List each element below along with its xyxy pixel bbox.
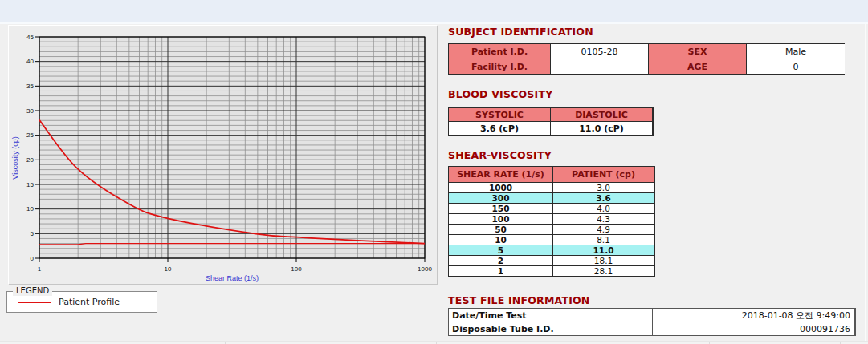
patient-viscosity-cell: 18.1: [553, 256, 654, 265]
patient-viscosity-cell: 4.3: [553, 214, 654, 224]
facility-id-value: [551, 59, 648, 74]
shear-rate-cell: 1: [449, 266, 552, 276]
disposable-tube-id-value: 000091736: [653, 322, 854, 335]
svg-text:10: 10: [165, 265, 172, 273]
diastolic-header: DIASTOLIC: [551, 108, 652, 121]
legend-line-sample: [18, 302, 51, 303]
bottom-cutoff-buttons-strip: [0, 341, 868, 344]
systolic-header: SYSTOLIC: [449, 108, 550, 121]
test-file-information-title: TEST FILE INFORMATION: [448, 294, 590, 306]
subject-identification-title: SUBJECT IDENTIFICATION: [448, 26, 593, 38]
patient-viscosity-cell: 4.9: [553, 225, 654, 234]
viscosity-chart-panel: 0510152025303540451101001000Viscosity (c…: [8, 25, 438, 285]
age-value: 0: [747, 59, 845, 74]
patient-viscosity-cell: 8.1: [553, 235, 654, 245]
date-time-test-label: Date/Time Test: [449, 309, 652, 322]
subject-identification-table: Patient I.D. 0105-28 SEX Male Facility I…: [448, 43, 845, 75]
patient-viscosity-cell: 4.0: [553, 204, 654, 213]
patient-cp-column-header: PATIENT (cp): [553, 167, 654, 182]
svg-text:40: 40: [26, 58, 34, 65]
shear-rate-column-header: SHEAR RATE (1/s): [449, 167, 552, 182]
patient-id-value: 0105-28: [551, 44, 648, 59]
shear-rate-cell: 1000: [449, 183, 552, 192]
sex-value: Male: [747, 44, 845, 59]
sex-label: SEX: [649, 44, 746, 59]
svg-text:Viscosity (cp): Viscosity (cp): [11, 136, 19, 179]
shear-viscosity-table: SHEAR RATE (1/s) PATIENT (cp) 10003.0300…: [448, 166, 655, 277]
facility-id-label: Facility I.D.: [449, 59, 550, 74]
svg-text:25: 25: [26, 132, 34, 139]
svg-text:0: 0: [31, 255, 35, 262]
age-label: AGE: [649, 59, 746, 74]
shear-rate-cell: 2: [449, 256, 552, 265]
svg-text:5: 5: [31, 230, 35, 237]
shear-rate-cell: 10: [449, 235, 552, 245]
svg-text:1: 1: [38, 265, 42, 273]
window-title-bar: [0, 0, 868, 24]
shear-rate-cell: 50: [449, 225, 552, 234]
blood-viscosity-title: BLOOD VISCOSITY: [448, 88, 552, 100]
svg-text:35: 35: [26, 83, 34, 90]
shear-rate-cell: 300: [449, 193, 552, 203]
chart-svg: 0510152025303540451101001000Viscosity (c…: [9, 26, 437, 284]
legend-group-label: LEGEND: [13, 286, 52, 296]
systolic-value: 3.6 (cP): [449, 122, 550, 135]
patient-viscosity-cell: 28.1: [553, 266, 654, 276]
patient-viscosity-cell: 3.0: [553, 183, 654, 192]
diastolic-value: 11.0 (cP): [551, 122, 652, 135]
test-file-information-table: Date/Time Test 2018-01-08 오전 9:49:00 Dis…: [448, 308, 856, 336]
window-right-edge: [865, 24, 866, 342]
patient-viscosity-cell: 11.0: [553, 245, 654, 255]
svg-text:1000: 1000: [418, 265, 432, 273]
svg-text:100: 100: [291, 265, 302, 273]
svg-text:10: 10: [26, 205, 34, 212]
shear-rate-cell: 100: [449, 214, 552, 224]
shear-rate-cell: 5: [449, 245, 552, 255]
svg-text:Shear Rate (1/s): Shear Rate (1/s): [206, 274, 259, 282]
shear-viscosity-title: SHEAR-VISCOSITY: [448, 149, 552, 161]
svg-text:15: 15: [26, 181, 34, 188]
svg-text:30: 30: [26, 107, 34, 115]
patient-viscosity-cell: 3.6: [553, 193, 654, 203]
svg-text:45: 45: [26, 34, 34, 41]
viscosity-vs-shear-rate-chart: 0510152025303540451101001000Viscosity (c…: [9, 26, 437, 284]
blood-viscosity-table: SYSTOLIC DIASTOLIC 3.6 (cP) 11.0 (cP): [448, 107, 654, 136]
disposable-tube-id-label: Disposable Tube I.D.: [449, 322, 652, 335]
date-time-test-value: 2018-01-08 오전 9:49:00: [653, 309, 854, 322]
svg-text:20: 20: [26, 156, 34, 164]
legend-group-box: LEGEND Patient Profile: [6, 291, 157, 313]
legend-entry-label: Patient Profile: [59, 297, 120, 307]
shear-rate-cell: 150: [449, 204, 552, 213]
patient-id-label: Patient I.D.: [449, 44, 550, 59]
